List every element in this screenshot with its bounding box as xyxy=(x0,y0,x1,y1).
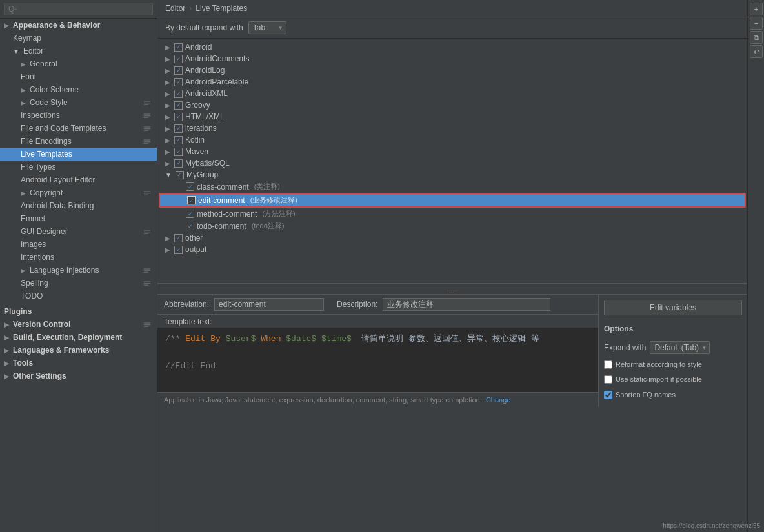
svg-rect-12 xyxy=(144,191,151,192)
item-todo-comment[interactable]: todo-comment (todo注释) xyxy=(157,220,747,232)
shorten-fq-label: Shorten FQ names xyxy=(616,390,676,400)
sidebar-item-font[interactable]: Font xyxy=(0,70,157,83)
group-mygroup[interactable]: ▼ MyGroup xyxy=(157,169,747,181)
svg-rect-22 xyxy=(144,283,151,284)
svg-rect-18 xyxy=(144,268,151,269)
checkbox-iterations[interactable] xyxy=(174,124,183,133)
options-title: Options xyxy=(604,324,742,333)
static-import-checkbox[interactable] xyxy=(604,375,612,384)
copy-button[interactable]: ⧉ xyxy=(750,31,763,44)
item-method-comment[interactable]: method-comment (方法注释) xyxy=(157,208,747,220)
svg-rect-10 xyxy=(144,141,151,142)
sidebar-item-copyright[interactable]: ▶ Copyright xyxy=(0,186,157,199)
group-androidlog[interactable]: ▶ AndroidLog xyxy=(157,64,747,76)
arrow-lang-icon: ▶ xyxy=(21,267,26,274)
expand-with-label: Expand with xyxy=(604,343,646,352)
checkbox-edit-comment[interactable] xyxy=(187,196,196,204)
sidebar: ▶ Appearance & Behavior Keymap ▼ Editor … xyxy=(0,0,157,532)
arrow-copyright-icon: ▶ xyxy=(21,190,26,197)
group-androidparcelable[interactable]: ▶ AndroidParcelable xyxy=(157,76,747,88)
sidebar-item-file-encodings[interactable]: File Encodings xyxy=(0,135,157,148)
svg-rect-3 xyxy=(144,113,151,114)
checkbox-android[interactable] xyxy=(174,43,183,52)
sidebar-item-spelling[interactable]: Spelling xyxy=(0,277,157,290)
checkbox-other[interactable] xyxy=(174,234,183,242)
group-output[interactable]: ▶ output xyxy=(157,244,747,255)
checkbox-maven[interactable] xyxy=(174,148,183,156)
checkbox-androidlog[interactable] xyxy=(174,66,183,75)
sidebar-item-android-data-binding[interactable]: Android Data Binding xyxy=(0,199,157,212)
group-htmlxml[interactable]: ▶ HTML/XML xyxy=(157,111,747,123)
remove-button[interactable]: − xyxy=(750,17,763,30)
checkbox-androidparcelable[interactable] xyxy=(174,78,183,86)
checkbox-androidxml[interactable] xyxy=(174,90,183,98)
group-maven[interactable]: ▶ Maven xyxy=(157,146,747,157)
sidebar-item-color-scheme[interactable]: ▶ Color Scheme xyxy=(0,83,157,96)
item-class-comment[interactable]: class-comment (类注释) xyxy=(157,181,747,193)
sidebar-item-intentions[interactable]: Intentions xyxy=(0,251,157,264)
sidebar-item-keymap[interactable]: Keymap xyxy=(0,32,157,44)
sidebar-item-plugins[interactable]: Plugins xyxy=(0,305,157,318)
sidebar-item-language-injections[interactable]: ▶ Language Injections xyxy=(0,264,157,277)
sidebar-item-code-style[interactable]: ▶ Code Style xyxy=(0,96,157,109)
add-button[interactable]: + xyxy=(750,3,763,15)
sidebar-item-general[interactable]: ▶ General xyxy=(0,57,157,70)
sidebar-item-images[interactable]: Images xyxy=(0,238,157,251)
field-row-abbreviation: Abbreviation: Description: xyxy=(157,295,598,315)
group-kotlin[interactable]: ▶ Kotlin xyxy=(157,134,747,146)
sidebar-item-file-code-templates[interactable]: File and Code Templates xyxy=(0,122,157,135)
abbreviation-input[interactable] xyxy=(214,298,324,311)
group-android[interactable]: ▶ Android xyxy=(157,41,747,53)
sidebar-item-live-templates[interactable]: Live Templates xyxy=(0,148,157,161)
group-androidcomments[interactable]: ▶ AndroidComments xyxy=(157,53,747,64)
checkbox-method-comment[interactable] xyxy=(186,210,194,218)
sidebar-item-languages[interactable]: ▶ Languages & Frameworks xyxy=(0,344,157,357)
checkbox-htmlxml[interactable] xyxy=(174,113,183,121)
sidebar-item-gui-designer[interactable]: GUI Designer xyxy=(0,225,157,238)
item-edit-comment[interactable]: edit-comment (业务修改注释) xyxy=(159,193,746,208)
svg-rect-0 xyxy=(144,101,151,101)
reset-button[interactable]: ↩ xyxy=(750,45,763,58)
shorten-fq-checkbox[interactable] xyxy=(604,391,612,399)
svg-rect-14 xyxy=(144,195,148,195)
sidebar-item-tools[interactable]: ▶ Tools xyxy=(0,357,157,369)
group-other[interactable]: ▶ other xyxy=(157,232,747,244)
sidebar-item-android-layout[interactable]: Android Layout Editor xyxy=(0,173,157,186)
checkbox-mybatissql[interactable] xyxy=(174,159,183,168)
checkbox-class-comment[interactable] xyxy=(186,182,194,191)
checkbox-androidcomments[interactable] xyxy=(174,55,183,63)
description-input[interactable] xyxy=(383,298,550,311)
sidebar-item-version-control[interactable]: ▶ Version Control xyxy=(0,318,157,331)
reformat-checkbox[interactable] xyxy=(604,360,612,369)
svg-rect-6 xyxy=(144,126,151,127)
sidebar-item-inspections[interactable]: Inspections xyxy=(0,109,157,122)
sidebar-item-emmet[interactable]: Emmet xyxy=(0,212,157,225)
sidebar-item-file-types[interactable]: File Types xyxy=(0,161,157,173)
checkbox-output[interactable] xyxy=(174,246,183,254)
svg-rect-24 xyxy=(144,322,151,323)
breadcrumb-sep: › xyxy=(189,4,192,13)
checkbox-todo-comment[interactable] xyxy=(186,222,194,230)
group-iterations[interactable]: ▶ iterations xyxy=(157,123,747,134)
options-expand-select[interactable]: Default (Tab) Tab Enter xyxy=(650,341,710,354)
change-link[interactable]: Change xyxy=(486,396,511,404)
sidebar-item-appearance[interactable]: ▶ Appearance & Behavior xyxy=(0,19,157,32)
abbreviation-label: Abbreviation: xyxy=(164,300,209,309)
checkbox-mygroup[interactable] xyxy=(176,171,184,179)
sidebar-item-todo[interactable]: TODO xyxy=(0,290,157,302)
group-groovy[interactable]: ▶ Groovy xyxy=(157,99,747,111)
svg-rect-11 xyxy=(144,143,148,144)
group-mybatissql[interactable]: ▶ Mybatis/SQL xyxy=(157,157,747,169)
sidebar-item-build[interactable]: ▶ Build, Execution, Deployment xyxy=(0,331,157,344)
code-editor[interactable]: /** Edit By $user$ When $date$ $time$ 请简… xyxy=(157,328,598,392)
sidebar-item-other-settings[interactable]: ▶ Other Settings xyxy=(0,369,157,382)
checkbox-kotlin[interactable] xyxy=(174,136,183,144)
svg-rect-1 xyxy=(144,103,151,103)
search-input[interactable] xyxy=(4,3,153,15)
sidebar-item-editor[interactable]: ▼ Editor xyxy=(0,44,157,57)
group-androidxml[interactable]: ▶ AndroidXML xyxy=(157,88,747,99)
checkbox-groovy[interactable] xyxy=(174,101,183,110)
expand-select[interactable]: Tab Enter Space xyxy=(248,21,286,34)
edit-variables-button[interactable]: Edit variables xyxy=(604,300,742,315)
code-line-2 xyxy=(165,346,590,360)
